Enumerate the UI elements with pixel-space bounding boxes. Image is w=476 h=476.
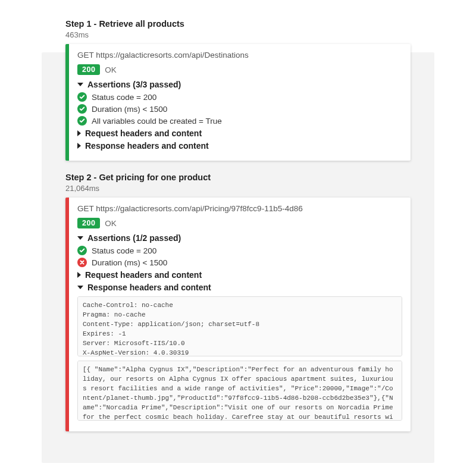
assertions-toggle[interactable]: Assertions (3/3 passed): [77, 80, 402, 89]
assertion-row: Status code = 200: [77, 92, 402, 102]
caret-right-icon: [77, 272, 81, 278]
section-label: Response headers and content: [85, 141, 209, 151]
request-headers-toggle[interactable]: Request headers and content: [77, 129, 402, 138]
assertion-row: Status code = 200: [77, 246, 402, 255]
section-label: Request headers and content: [85, 129, 202, 138]
step-1: Step 1 - Retrieve all products 463ms GET…: [65, 19, 411, 161]
check-pass-icon: [77, 116, 87, 126]
assertion-row: All variables could be created = True: [77, 116, 402, 126]
section-label: Request headers and content: [85, 270, 202, 280]
check-pass-icon: [77, 246, 87, 255]
caret-right-icon: [77, 130, 81, 136]
assertion-text: Status code = 200: [92, 246, 156, 255]
section-label: Response headers and content: [87, 283, 211, 292]
check-fail-icon: [77, 258, 87, 267]
status-text: OK: [105, 219, 117, 228]
request-headers-toggle[interactable]: Request headers and content: [77, 270, 402, 280]
step-duration: 21,064ms: [65, 184, 411, 193]
status-text: OK: [105, 65, 117, 74]
response-headers-toggle[interactable]: Response headers and content: [77, 283, 402, 292]
caret-down-icon: [77, 83, 83, 86]
response-headers-text[interactable]: Cache-Control: no-cache Pragma: no-cache…: [77, 296, 402, 356]
check-pass-icon: [77, 92, 87, 102]
caret-right-icon: [77, 143, 81, 149]
assertion-text: All variables could be created = True: [92, 117, 222, 126]
assertion-text: Duration (ms) < 1500: [92, 258, 167, 267]
assertion-row: Duration (ms) < 1500: [77, 104, 402, 114]
caret-down-icon: [77, 286, 83, 289]
status-row: 200 OK: [77, 218, 402, 228]
step-title: Step 1 - Retrieve all products: [65, 19, 411, 29]
assertion-row: Duration (ms) < 1500: [77, 258, 402, 267]
caret-down-icon: [77, 236, 83, 240]
assertion-text: Status code = 200: [92, 93, 156, 102]
step-title: Step 2 - Get pricing for one product: [65, 173, 411, 182]
request-line: GET https://galacticresorts.com/api/Dest…: [77, 51, 402, 60]
assertion-text: Duration (ms) < 1500: [92, 105, 167, 114]
result-card: GET https://galacticresorts.com/api/Pric…: [65, 198, 411, 431]
step-duration: 463ms: [65, 30, 411, 39]
status-code-badge: 200: [77, 64, 100, 75]
status-row: 200 OK: [77, 64, 402, 75]
assertions-toggle[interactable]: Assertions (1/2 passed): [77, 233, 402, 243]
check-pass-icon: [77, 104, 87, 114]
assertions-header: Assertions (1/2 passed): [87, 233, 181, 243]
result-card: GET https://galacticresorts.com/api/Dest…: [65, 44, 411, 161]
request-line: GET https://galacticresorts.com/api/Pric…: [77, 204, 402, 213]
assertions-header: Assertions (3/3 passed): [87, 80, 181, 89]
response-body-text[interactable]: [{ "Name":"Alpha Cygnus IX","Description…: [77, 361, 402, 421]
status-code-badge: 200: [77, 218, 100, 228]
response-headers-toggle[interactable]: Response headers and content: [77, 141, 402, 151]
step-2: Step 2 - Get pricing for one product 21,…: [65, 173, 411, 431]
